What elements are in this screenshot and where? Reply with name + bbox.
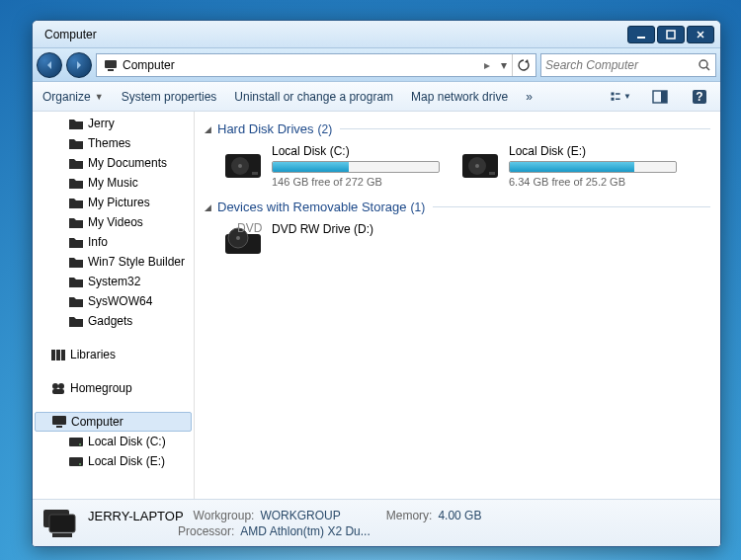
computer-icon — [41, 505, 78, 542]
sidebar-folder-item[interactable]: Info — [33, 232, 194, 252]
svg-rect-13 — [51, 350, 55, 360]
svg-point-17 — [58, 383, 64, 389]
organize-menu[interactable]: Organize▼ — [42, 90, 104, 104]
sidebar-libraries[interactable]: Libraries — [33, 345, 194, 364]
svg-rect-1 — [667, 31, 675, 39]
sidebar-folder-item[interactable]: My Videos — [33, 212, 194, 232]
window-title: Computer — [39, 28, 625, 41]
drive-name: Local Disk (E:) — [509, 144, 677, 158]
group-hard-disk-drives[interactable]: ◢ Hard Disk Drives (2) — [205, 121, 710, 136]
drive-item[interactable]: Local Disk (E:)6.34 GB free of 25.2 GB — [459, 144, 677, 188]
folder-icon — [68, 136, 84, 150]
refresh-button[interactable] — [512, 54, 534, 76]
folder-icon — [68, 156, 84, 170]
svg-rect-23 — [69, 457, 83, 466]
toolbar: Organize▼ System properties Uninstall or… — [33, 82, 720, 112]
body: JerryThemesMy DocumentsMy MusicMy Pictur… — [33, 112, 720, 499]
svg-rect-0 — [637, 37, 645, 39]
homegroup-icon — [50, 381, 66, 395]
forward-button[interactable] — [66, 52, 92, 78]
uninstall-button[interactable]: Uninstall or change a program — [234, 90, 393, 104]
computer-icon — [103, 57, 119, 73]
capacity-bar — [509, 161, 677, 173]
system-properties-button[interactable]: System properties — [122, 90, 217, 104]
sidebar-folder-item[interactable]: System32 — [33, 272, 194, 291]
toolbar-overflow[interactable]: » — [526, 90, 533, 104]
help-button[interactable]: ? — [689, 86, 710, 108]
sidebar-drive-item[interactable]: Local Disk (C:) — [33, 432, 194, 451]
navbar: Computer ▸ ▾ — [33, 48, 720, 82]
search-icon — [698, 58, 711, 72]
folder-icon — [68, 255, 84, 269]
minimize-button[interactable] — [627, 26, 655, 43]
svg-rect-2 — [105, 60, 117, 68]
computer-icon — [51, 415, 67, 429]
capacity-bar — [272, 161, 440, 173]
drive-free-text: 6.34 GB free of 25.2 GB — [509, 176, 677, 188]
folder-icon — [68, 215, 84, 229]
svg-rect-38 — [49, 515, 75, 532]
address-bar[interactable]: Computer ▸ ▾ — [96, 53, 536, 77]
svg-point-4 — [700, 60, 707, 68]
map-drive-button[interactable]: Map network drive — [411, 90, 508, 104]
explorer-window: Computer Computer ▸ ▾ Organize▼ System p… — [32, 20, 721, 547]
sidebar-computer[interactable]: Computer — [35, 412, 192, 432]
svg-rect-5 — [612, 92, 615, 95]
svg-rect-19 — [52, 416, 66, 425]
svg-rect-32 — [489, 172, 495, 175]
svg-point-22 — [79, 443, 81, 445]
sidebar-folder-item[interactable]: SysWOW64 — [33, 291, 194, 311]
svg-rect-10 — [661, 91, 667, 103]
svg-rect-6 — [612, 97, 615, 100]
search-input[interactable] — [545, 58, 698, 72]
group-removable-storage[interactable]: ◢ Devices with Removable Storage (1) — [205, 200, 710, 214]
svg-rect-39 — [52, 533, 72, 537]
titlebar[interactable]: Computer — [33, 21, 720, 48]
sidebar-folder-item[interactable]: Jerry — [33, 114, 194, 133]
sidebar-folder-item[interactable]: Themes — [33, 133, 194, 153]
folder-icon — [68, 176, 84, 190]
svg-rect-20 — [56, 426, 62, 428]
folder-icon — [68, 314, 84, 328]
breadcrumb-separator[interactable]: ▸ — [478, 58, 496, 72]
drive-name: DVD RW Drive (D:) — [272, 222, 440, 236]
chevron-down-icon: ▼ — [95, 92, 104, 102]
folder-icon — [68, 117, 84, 130]
collapse-caret-icon: ◢ — [205, 202, 211, 212]
sidebar-folder-item[interactable]: Gadgets — [33, 311, 194, 331]
address-text: Computer — [123, 58, 478, 72]
svg-rect-15 — [61, 350, 65, 360]
search-box[interactable] — [540, 53, 716, 77]
sidebar: JerryThemesMy DocumentsMy MusicMy Pictur… — [33, 112, 195, 499]
details-pane: JERRY-LAPTOP Workgroup: WORKGROUP Memory… — [33, 499, 720, 546]
drive-item[interactable]: DVDDVD RW Drive (D:) — [222, 222, 440, 264]
collapse-caret-icon: ◢ — [205, 124, 211, 134]
sidebar-homegroup[interactable]: Homegroup — [33, 378, 194, 398]
folder-icon — [68, 196, 84, 209]
folder-icon — [68, 235, 84, 249]
drive-free-text: 146 GB free of 272 GB — [272, 176, 440, 188]
disk-icon — [68, 454, 84, 468]
preview-pane-button[interactable] — [649, 86, 671, 108]
drive-item[interactable]: Local Disk (C:)146 GB free of 272 GB — [222, 144, 440, 188]
svg-text:DVD: DVD — [237, 222, 263, 235]
svg-point-24 — [79, 463, 81, 465]
address-dropdown[interactable]: ▾ — [496, 58, 512, 72]
close-button[interactable] — [687, 26, 714, 43]
svg-rect-8 — [616, 98, 620, 100]
back-button[interactable] — [37, 52, 62, 78]
view-options-button[interactable]: ▼ — [610, 86, 631, 108]
svg-point-31 — [475, 164, 479, 168]
maximize-button[interactable] — [657, 26, 685, 43]
svg-point-35 — [236, 236, 240, 240]
folder-icon — [68, 275, 84, 288]
sidebar-folder-item[interactable]: My Pictures — [33, 193, 194, 212]
svg-rect-18 — [52, 389, 64, 394]
sidebar-folder-item[interactable]: My Documents — [33, 153, 194, 173]
sidebar-folder-item[interactable]: Win7 Style Builder — [33, 252, 194, 272]
sidebar-folder-item[interactable]: My Music — [33, 173, 194, 193]
computer-name: JERRY-LAPTOP — [88, 509, 184, 523]
hard-drive-icon — [459, 144, 501, 186]
disk-icon — [68, 435, 84, 448]
sidebar-drive-item[interactable]: Local Disk (E:) — [33, 451, 194, 471]
